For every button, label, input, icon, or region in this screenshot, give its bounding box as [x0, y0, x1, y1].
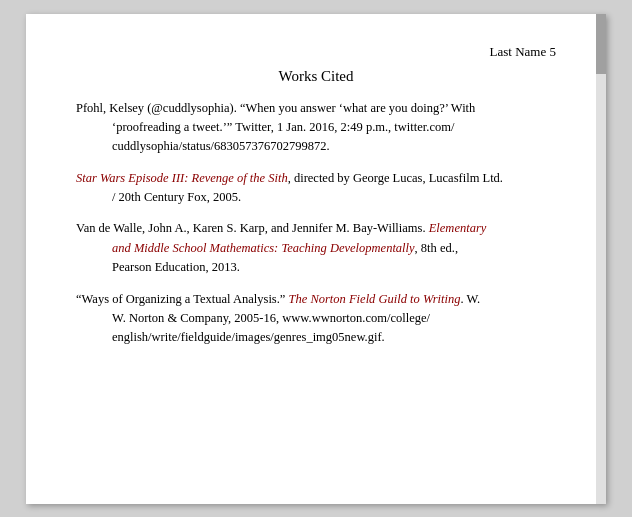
entry3-line3: Pearson Education, 2013. [76, 258, 556, 277]
citation-entry-3: Van de Walle, John A., Karen S. Karp, an… [76, 219, 556, 277]
entry2-title: Star Wars Episode III: Revenge of the Si… [76, 171, 288, 185]
entry4-line1: “Ways of Organizing a Textual Analysis.”… [76, 290, 556, 309]
citation-entry-1: Pfohl, Kelsey (@cuddlysophia). “When you… [76, 99, 556, 157]
entry3-title-start: Elementary [429, 221, 487, 235]
document-page: Last Name 5 Works Cited Pfohl, Kelsey (@… [26, 14, 606, 504]
entry3-title-cont: and Middle School Mathematics: Teaching … [112, 241, 415, 255]
entry1-line1: Pfohl, Kelsey (@cuddlysophia). “When you… [76, 99, 556, 118]
entry4-title: The Norton Field Guild to Writing [289, 292, 461, 306]
citation-entry-2: Star Wars Episode III: Revenge of the Si… [76, 169, 556, 208]
entry2-line2: / 20th Century Fox, 2005. [76, 188, 556, 207]
scrollbar[interactable] [596, 14, 606, 504]
page-title: Works Cited [76, 68, 556, 85]
entry4-line2: W. Norton & Company, 2005-16, www.wwnort… [76, 309, 556, 328]
entry3-line2: and Middle School Mathematics: Teaching … [76, 239, 556, 258]
scrollbar-thumb[interactable] [596, 14, 606, 74]
entry4-line3: english/write/fieldguide/images/genres_i… [76, 328, 556, 347]
entry1-line3: cuddlysophia/status/683057376702799872. [76, 137, 556, 156]
entry3-line1: Van de Walle, John A., Karen S. Karp, an… [76, 219, 556, 238]
citation-entry-4: “Ways of Organizing a Textual Analysis.”… [76, 290, 556, 348]
entry2-line1: Star Wars Episode III: Revenge of the Si… [76, 169, 556, 188]
page-number: Last Name 5 [76, 44, 556, 60]
entry1-line2: ‘proofreading a tweet.’” Twitter, 1 Jan.… [76, 118, 556, 137]
